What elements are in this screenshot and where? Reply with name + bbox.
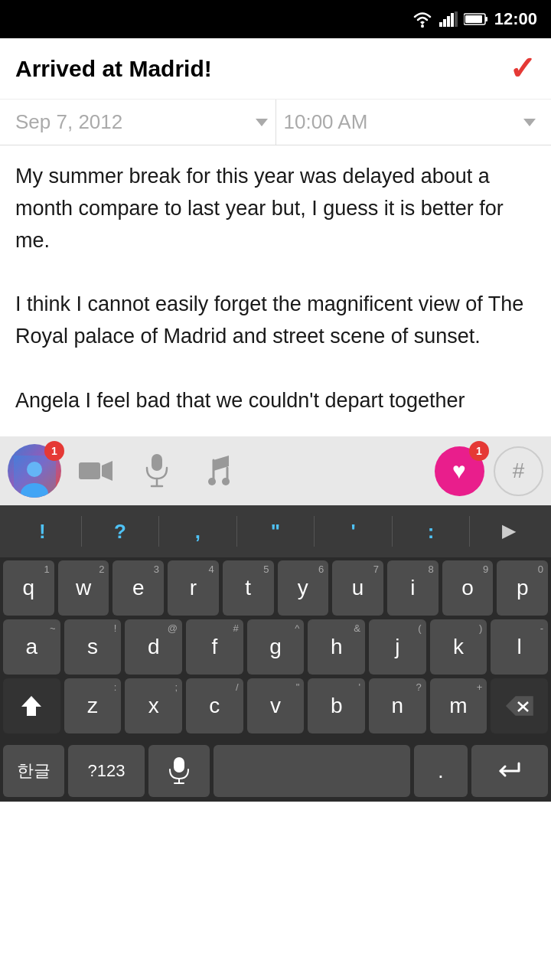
signal-icon xyxy=(439,11,458,27)
keyboard-row-1: 1q 2w 3e 4r 5t 6y 7u 8i 9o 0p xyxy=(3,560,548,616)
key-i[interactable]: 8i xyxy=(387,560,439,616)
status-time: 12:00 xyxy=(494,9,537,29)
key-backspace[interactable] xyxy=(491,678,548,733)
svg-point-17 xyxy=(208,478,216,485)
key-numbers[interactable]: ?123 xyxy=(68,745,145,797)
key-language[interactable]: 한글 xyxy=(3,745,64,797)
key-question[interactable]: ? xyxy=(82,509,159,554)
microphone-icon xyxy=(140,454,174,488)
content-area[interactable]: My summer break for this year was delaye… xyxy=(0,145,551,436)
key-colon[interactable]: : xyxy=(393,509,470,554)
key-space[interactable] xyxy=(214,745,410,797)
svg-point-18 xyxy=(222,478,230,485)
save-checkmark-icon[interactable]: ✓ xyxy=(509,50,536,87)
keyboard-row-3: :z ;x /c "v 'b ?n +m xyxy=(3,678,548,733)
svg-point-0 xyxy=(421,24,424,28)
hashtag-icon: # xyxy=(513,459,525,483)
key-g[interactable]: ^g xyxy=(247,619,305,675)
date-value: Sep 7, 2012 xyxy=(15,110,122,134)
avatar-container[interactable]: 1 xyxy=(8,444,61,498)
music-note-button[interactable] xyxy=(191,444,245,498)
key-doublequote[interactable]: " xyxy=(237,509,315,554)
svg-rect-3 xyxy=(447,16,450,27)
backspace-icon xyxy=(505,695,534,717)
time-value: 10:00 AM xyxy=(284,110,368,134)
key-b[interactable]: 'b xyxy=(308,678,365,733)
date-dropdown-arrow xyxy=(256,119,268,126)
date-field[interactable]: Sep 7, 2012 xyxy=(8,100,276,145)
svg-rect-22 xyxy=(174,757,184,773)
keyboard-symbol-row: ! ? , " ' : ▶ xyxy=(0,505,551,557)
key-q[interactable]: 1q xyxy=(3,560,54,616)
key-n[interactable]: ?n xyxy=(369,678,426,733)
microphone-button[interactable] xyxy=(130,444,184,498)
key-enter[interactable] xyxy=(471,745,548,797)
key-singlequote[interactable]: ' xyxy=(315,509,392,554)
heart-button[interactable]: ♥ 1 xyxy=(432,444,486,498)
svg-rect-12 xyxy=(79,462,100,479)
video-camera-button[interactable] xyxy=(69,444,122,498)
shift-icon xyxy=(20,694,43,717)
mic-icon xyxy=(168,757,190,785)
key-h[interactable]: &h xyxy=(308,619,365,675)
enter-icon xyxy=(496,757,523,785)
key-arrow-right[interactable]: ▶ xyxy=(470,509,547,554)
keyboard-bottom-row: 한글 ?123 . xyxy=(0,740,551,802)
paragraph-1: My summer break for this year was delaye… xyxy=(15,165,504,252)
status-icons: 12:00 xyxy=(412,9,537,29)
svg-marker-19 xyxy=(21,696,41,716)
time-field[interactable]: 10:00 AM xyxy=(276,100,544,145)
status-bar: 12:00 xyxy=(0,0,551,38)
wifi-icon xyxy=(412,11,433,28)
keyboard: ! ? , " ' : ▶ 1q 2w 3e 4r 5t 6y 7u 8i 9o… xyxy=(0,505,551,802)
battery-icon xyxy=(464,12,488,26)
toolbar: 1 ♥ 1 # xyxy=(0,436,551,505)
heart-badge: 1 xyxy=(469,441,489,461)
svg-rect-5 xyxy=(455,11,458,27)
key-o[interactable]: 9o xyxy=(442,560,494,616)
key-s[interactable]: !s xyxy=(64,619,122,675)
key-t[interactable]: 5t xyxy=(223,560,274,616)
key-v[interactable]: "v xyxy=(247,678,305,733)
time-dropdown-arrow xyxy=(523,119,536,126)
hashtag-button[interactable]: # xyxy=(494,446,543,496)
svg-rect-4 xyxy=(451,13,454,27)
svg-point-10 xyxy=(27,462,42,477)
key-c[interactable]: /c xyxy=(186,678,243,733)
key-l[interactable]: -l xyxy=(491,619,548,675)
key-m[interactable]: +m xyxy=(430,678,487,733)
music-note-icon xyxy=(201,454,235,488)
key-comma[interactable]: , xyxy=(159,509,236,554)
keyboard-main-rows: 1q 2w 3e 4r 5t 6y 7u 8i 9o 0p ~a !s @d #… xyxy=(0,557,551,740)
key-p[interactable]: 0p xyxy=(497,560,548,616)
key-y[interactable]: 6y xyxy=(278,560,329,616)
key-w[interactable]: 2w xyxy=(58,560,109,616)
key-k[interactable]: )k xyxy=(430,619,487,675)
key-exclamation[interactable]: ! xyxy=(4,509,81,554)
key-f[interactable]: #f xyxy=(186,619,243,675)
key-shift[interactable] xyxy=(3,678,60,733)
key-z[interactable]: :z xyxy=(64,678,122,733)
key-j[interactable]: (j xyxy=(369,619,426,675)
key-x[interactable]: ;x xyxy=(125,678,182,733)
key-period[interactable]: . xyxy=(414,745,468,797)
key-u[interactable]: 7u xyxy=(332,560,383,616)
svg-rect-8 xyxy=(465,15,482,23)
paragraph-2: I think I cannot easily forget the magni… xyxy=(15,292,523,348)
video-camera-icon xyxy=(79,454,112,488)
key-d[interactable]: @d xyxy=(125,619,182,675)
paragraph-3: Angela I feel bad that we couldn't depar… xyxy=(15,389,465,412)
datetime-row: Sep 7, 2012 10:00 AM xyxy=(0,100,551,145)
keyboard-row-2: ~a !s @d #f ^g &h (j )k -l xyxy=(3,619,548,675)
svg-rect-2 xyxy=(443,19,446,27)
key-microphone[interactable] xyxy=(148,745,210,797)
svg-marker-13 xyxy=(102,461,112,481)
key-r[interactable]: 4r xyxy=(168,560,219,616)
svg-rect-7 xyxy=(485,17,487,21)
key-a[interactable]: ~a xyxy=(3,619,60,675)
svg-rect-14 xyxy=(152,454,162,471)
avatar-badge: 1 xyxy=(44,441,64,461)
header: Arrived at Madrid! ✓ xyxy=(0,38,551,100)
key-e[interactable]: 3e xyxy=(112,560,164,616)
page-title: Arrived at Madrid! xyxy=(15,56,509,82)
